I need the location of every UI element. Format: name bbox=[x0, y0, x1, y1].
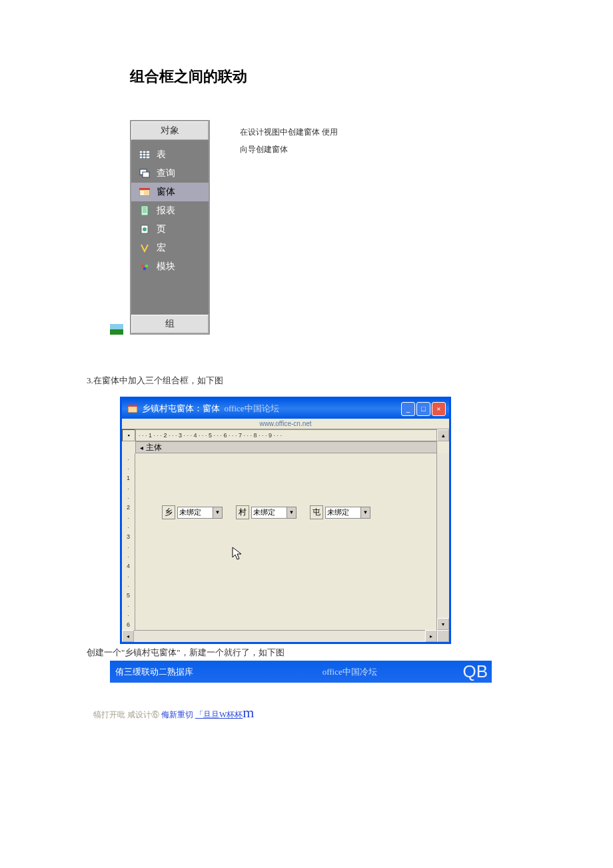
window-title: 乡镇村屯窗体：窗体 office中国论坛 bbox=[142, 403, 394, 415]
blue-title-bar: 侑三缓联动二熟据库 office中国冷坛 QB bbox=[110, 661, 492, 683]
window-titlebar[interactable]: 乡镇村屯窗体：窗体 office中国论坛 _ □ × bbox=[122, 399, 449, 419]
objects-nav-panel: 对象 表 查询 窗体 报表 bbox=[130, 120, 210, 335]
ruler-row: ▪ · · · 1 · · · 2 · · · 3 · · · 4 · · · … bbox=[122, 429, 449, 441]
section-arrow-icon: ◂ bbox=[140, 444, 143, 451]
macro-icon bbox=[139, 243, 150, 253]
blue-bar-left-text: 侑三缓联动二熟据库 bbox=[110, 666, 237, 678]
nav-item-label: 模块 bbox=[157, 261, 175, 273]
svg-rect-9 bbox=[141, 191, 144, 193]
combo-group-village: 村 未绑定 ▼ bbox=[236, 505, 297, 519]
design-area: ··1 ··2 ··3 ··4 ··5 ··6 乡 未绑定 ▼ bbox=[122, 453, 449, 630]
svg-rect-10 bbox=[141, 193, 144, 195]
nav-item-page[interactable]: 页 bbox=[131, 220, 209, 239]
minimize-button[interactable]: _ bbox=[401, 402, 415, 416]
form-icon bbox=[139, 187, 150, 197]
side-text-line: 向导创建窗体 bbox=[240, 141, 338, 158]
combo-value: 未绑定 bbox=[178, 507, 213, 517]
nav-item-label: 查询 bbox=[157, 167, 175, 179]
page-title: 组合框之间的联动 bbox=[130, 67, 526, 87]
scroll-left-button[interactable]: ◂ bbox=[122, 630, 134, 642]
nav-item-label: 表 bbox=[157, 149, 166, 161]
blue-bar-right-text: QB bbox=[462, 661, 492, 682]
form-designer-window: 乡镇村屯窗体：窗体 office中国论坛 _ □ × www.office-cn… bbox=[120, 397, 451, 644]
combo-row: 乡 未绑定 ▼ 村 未绑定 ▼ 屯 bbox=[162, 505, 370, 519]
query-icon bbox=[139, 169, 150, 178]
blue-bar-mid-text: office中国冷坛 bbox=[237, 666, 462, 678]
side-text-line: 在设计视图中创建窗体 便用 bbox=[240, 123, 338, 141]
scroll-up-button[interactable]: ▴ bbox=[437, 429, 449, 441]
design-canvas[interactable]: 乡 未绑定 ▼ 村 未绑定 ▼ 屯 bbox=[135, 453, 437, 630]
subheader-url: www.office-cn.net bbox=[122, 419, 449, 429]
svg-rect-8 bbox=[139, 188, 150, 190]
nav-item-macro[interactable]: 宏 bbox=[131, 239, 209, 257]
nav-footer[interactable]: 组 bbox=[131, 315, 209, 333]
thumbnail-icon bbox=[110, 324, 123, 335]
window-buttons: _ □ × bbox=[401, 402, 446, 416]
scroll-down-button[interactable]: ▾ bbox=[437, 618, 449, 630]
nav-item-table[interactable]: 表 bbox=[131, 145, 209, 164]
nav-item-label: 报表 bbox=[157, 205, 175, 217]
horizontal-ruler[interactable]: · · · 1 · · · 2 · · · 3 · · · 4 · · · 5 … bbox=[135, 429, 437, 441]
chevron-down-icon[interactable]: ▼ bbox=[213, 507, 222, 518]
nav-item-label: 页 bbox=[157, 223, 166, 235]
nav-item-query[interactable]: 查询 bbox=[131, 164, 209, 183]
svg-point-16 bbox=[143, 227, 147, 231]
svg-rect-21 bbox=[128, 405, 137, 407]
combo-label[interactable]: 屯 bbox=[310, 505, 323, 519]
close-button[interactable]: × bbox=[432, 402, 446, 416]
combo-group-township: 乡 未绑定 ▼ bbox=[162, 505, 223, 519]
combo-township[interactable]: 未绑定 ▼ bbox=[177, 507, 223, 519]
ruler-corner[interactable]: ▪ bbox=[122, 429, 135, 441]
svg-rect-19 bbox=[143, 267, 146, 270]
chevron-down-icon[interactable]: ▼ bbox=[287, 507, 296, 518]
svg-rect-18 bbox=[145, 265, 148, 267]
section-header-bar[interactable]: ◂ 主体 bbox=[135, 441, 437, 453]
vertical-scrollbar[interactable]: ▾ bbox=[437, 453, 449, 630]
combo-value: 未绑定 bbox=[252, 507, 287, 517]
nav-item-label: 宏 bbox=[157, 242, 166, 254]
combo-hamlet[interactable]: 未绑定 ▼ bbox=[325, 507, 370, 519]
report-icon bbox=[139, 206, 150, 215]
nav-item-report[interactable]: 报表 bbox=[131, 201, 209, 220]
side-instructions: 在设计视图中创建窗体 便用 向导创建窗体 bbox=[240, 120, 338, 159]
scroll-right-button[interactable]: ▸ bbox=[425, 630, 437, 642]
svg-rect-6 bbox=[143, 172, 149, 177]
vertical-ruler[interactable]: ··1 ··2 ··3 ··4 ··5 ··6 bbox=[122, 453, 135, 630]
combo-value: 未绑定 bbox=[326, 507, 360, 517]
maximize-button[interactable]: □ bbox=[416, 402, 430, 416]
section-nav-panel: 对象 表 查询 窗体 报表 bbox=[110, 120, 526, 335]
combo-village[interactable]: 未绑定 ▼ bbox=[251, 507, 297, 519]
cursor-icon bbox=[232, 547, 244, 564]
section-label: 主体 bbox=[146, 442, 162, 453]
chevron-down-icon[interactable]: ▼ bbox=[360, 507, 370, 518]
svg-rect-11 bbox=[141, 206, 148, 215]
caption-text: 创建一个"乡镇村屯窗体"，新建一个就行了，如下图 bbox=[87, 647, 526, 659]
module-icon bbox=[139, 262, 150, 271]
nav-item-label: 窗体 bbox=[157, 186, 175, 198]
scroll-corner bbox=[437, 630, 449, 642]
form-icon bbox=[127, 403, 138, 414]
svg-rect-17 bbox=[141, 265, 144, 267]
nav-item-form[interactable]: 窗体 bbox=[131, 183, 209, 201]
page-icon bbox=[139, 225, 150, 234]
nav-header[interactable]: 对象 bbox=[131, 121, 209, 140]
step-3-text: 3.在窗体中加入三个组合框，如下图 bbox=[87, 375, 526, 387]
nav-item-module[interactable]: 模块 bbox=[131, 257, 209, 276]
combo-group-hamlet: 屯 未绑定 ▼ bbox=[310, 505, 370, 519]
nav-items-list: 表 查询 窗体 报表 页 bbox=[131, 140, 209, 315]
horizontal-scrollbar[interactable]: ◂ ▸ bbox=[122, 630, 449, 642]
combo-label[interactable]: 乡 bbox=[162, 505, 175, 519]
combo-label[interactable]: 村 bbox=[236, 505, 249, 519]
footer-text: 犒打开吡 咸设计⑥ 侮新重切 「旦旦W杯杯m bbox=[93, 704, 526, 721]
svg-rect-0 bbox=[139, 151, 150, 159]
table-icon bbox=[139, 150, 150, 159]
